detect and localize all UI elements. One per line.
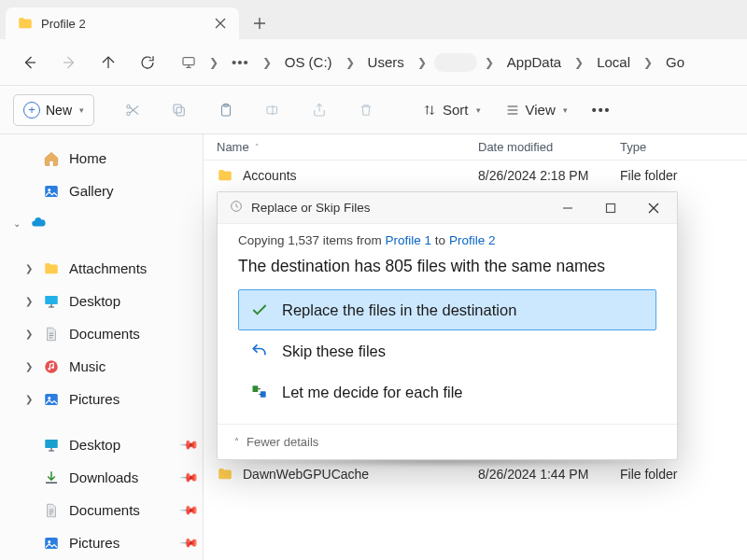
tab-close-button[interactable] bbox=[209, 12, 232, 35]
breadcrumb-item[interactable]: Users bbox=[362, 50, 410, 74]
sidebar-item-documents[interactable]: Documents📌 bbox=[9, 494, 203, 526]
svg-point-12 bbox=[48, 367, 50, 370]
copy-icon bbox=[171, 102, 188, 119]
table-row[interactable]: Accounts8/26/2024 2:18 PMFile folder bbox=[204, 161, 747, 190]
svg-point-1 bbox=[127, 105, 130, 107]
view-label: View bbox=[526, 102, 556, 118]
svg-rect-0 bbox=[183, 57, 194, 64]
sidebar-item-label: Documents bbox=[69, 502, 140, 518]
music-icon bbox=[43, 358, 60, 375]
nav-forward-button[interactable] bbox=[50, 46, 88, 79]
sidebar-item-pictures[interactable]: Pictures📌 bbox=[9, 526, 203, 559]
chevron-right-icon: ❯ bbox=[24, 296, 34, 306]
breadcrumb-item[interactable]: Go bbox=[660, 50, 690, 74]
copy-button[interactable] bbox=[161, 93, 198, 127]
plus-icon bbox=[252, 16, 267, 31]
sidebar-item-attachments[interactable]: ❯Attachments bbox=[9, 252, 203, 285]
dialog-headline: The destination has 805 files with the s… bbox=[238, 257, 656, 276]
sidebar-item-music[interactable]: ❯Music bbox=[9, 350, 203, 383]
sidebar-item-label: Desktop bbox=[69, 293, 120, 309]
pin-icon: 📌 bbox=[179, 500, 200, 521]
sort-indicator-icon: ˄ bbox=[255, 143, 260, 152]
breadcrumb-item[interactable]: Local bbox=[591, 50, 636, 74]
dialog-minimize-button[interactable] bbox=[550, 194, 585, 222]
undo-icon bbox=[250, 342, 269, 360]
folder-icon bbox=[217, 167, 233, 184]
sidebar-item-label: Downloads bbox=[69, 469, 138, 485]
dialog-maximize-button[interactable] bbox=[593, 194, 628, 222]
scissors-icon bbox=[124, 102, 141, 119]
view-button[interactable]: View ▾ bbox=[498, 93, 575, 127]
chevron-right-icon: ❯ bbox=[24, 394, 34, 404]
chevron-right-icon: ❯ bbox=[569, 52, 589, 73]
cut-button[interactable] bbox=[114, 93, 151, 127]
row-date: 8/26/2024 1:44 PM bbox=[478, 467, 620, 482]
svg-point-15 bbox=[48, 397, 50, 399]
sidebar-item-documents[interactable]: ❯Documents bbox=[9, 317, 203, 350]
column-name-label: Name bbox=[217, 140, 249, 154]
row-type: File folder bbox=[620, 168, 732, 183]
dialog-option-decide[interactable]: Let me decide for each file bbox=[238, 371, 656, 413]
nav-up-button[interactable] bbox=[90, 46, 127, 79]
sort-button[interactable]: Sort ▾ bbox=[415, 93, 488, 127]
sidebar-item-home[interactable]: Home bbox=[9, 142, 203, 175]
svg-point-2 bbox=[127, 112, 130, 115]
breadcrumb-overflow[interactable]: ••• bbox=[226, 50, 255, 74]
sidebar-item-pictures[interactable]: ❯Pictures bbox=[9, 383, 203, 415]
dialog-close-button[interactable] bbox=[636, 194, 671, 222]
svg-point-11 bbox=[45, 360, 58, 373]
svg-rect-17 bbox=[45, 538, 58, 549]
rename-button[interactable] bbox=[254, 93, 291, 127]
sidebar-item-onedrive[interactable]: ⌄ bbox=[9, 207, 203, 239]
home-icon bbox=[43, 150, 60, 167]
row-type: File folder bbox=[620, 467, 732, 482]
row-name: Accounts bbox=[243, 168, 297, 183]
dialog-fewer-details[interactable]: ˄ Fewer details bbox=[218, 424, 677, 459]
nav-refresh-button[interactable] bbox=[129, 46, 166, 79]
row-name: DawnWebGPUCache bbox=[243, 467, 369, 482]
checkmark-icon bbox=[250, 301, 269, 319]
svg-rect-3 bbox=[176, 107, 184, 116]
arrow-right-icon bbox=[61, 54, 78, 71]
breadcrumb-item[interactable]: AppData bbox=[501, 50, 567, 74]
new-button[interactable]: + New ▾ bbox=[13, 94, 94, 126]
svg-rect-10 bbox=[45, 296, 58, 304]
monitor-icon bbox=[181, 55, 196, 70]
chevron-down-icon: ▾ bbox=[563, 105, 568, 115]
nav-back-button[interactable] bbox=[11, 46, 49, 79]
breadcrumb-item-redacted[interactable] bbox=[434, 53, 477, 72]
tab-active[interactable]: Profile 2 bbox=[6, 7, 239, 39]
sidebar-item-downloads[interactable]: Downloads📌 bbox=[9, 461, 203, 494]
paste-button[interactable] bbox=[207, 93, 245, 127]
breadcrumb-item[interactable]: OS (C:) bbox=[279, 50, 338, 74]
column-type[interactable]: Type bbox=[620, 140, 732, 154]
clipboard-icon bbox=[218, 102, 234, 119]
pin-icon: 📌 bbox=[179, 533, 200, 553]
column-date[interactable]: Date modified bbox=[478, 140, 620, 154]
chevron-down-icon: ⌄ bbox=[13, 218, 21, 229]
more-button[interactable]: ••• bbox=[585, 103, 619, 118]
chevron-down-icon: ▾ bbox=[79, 105, 84, 115]
column-date-label: Date modified bbox=[478, 140, 553, 154]
breadcrumb: ❯ ••• ❯ OS (C:) ❯ Users ❯ ❯ AppData ❯ Lo… bbox=[168, 46, 736, 79]
sidebar-item-desktop[interactable]: Desktop📌 bbox=[9, 428, 203, 461]
address-bar: ❯ ••• ❯ OS (C:) ❯ Users ❯ ❯ AppData ❯ Lo… bbox=[0, 39, 747, 86]
new-button-label: New bbox=[46, 103, 72, 118]
dialog-option-skip[interactable]: Skip these files bbox=[238, 330, 656, 371]
dialog-dest-link[interactable]: Profile 2 bbox=[449, 233, 496, 247]
column-name[interactable]: Name ˄ bbox=[217, 140, 478, 154]
arrow-left-icon bbox=[21, 54, 38, 71]
dialog-source-link[interactable]: Profile 1 bbox=[386, 233, 432, 247]
tab-title: Profile 2 bbox=[41, 17, 202, 31]
dialog-option-replace[interactable]: Replace the files in the destination bbox=[238, 289, 656, 330]
svg-rect-14 bbox=[45, 394, 58, 405]
share-button[interactable] bbox=[301, 93, 338, 127]
new-tab-button[interactable] bbox=[243, 7, 276, 39]
breadcrumb-drive-button[interactable] bbox=[176, 46, 202, 79]
delete-button[interactable] bbox=[347, 93, 385, 127]
sidebar-item-desktop[interactable]: ❯Desktop bbox=[9, 285, 203, 317]
svg-rect-20 bbox=[607, 203, 615, 212]
dialog-titlebar: Replace or Skip Files bbox=[218, 192, 677, 224]
sidebar-item-gallery[interactable]: Gallery bbox=[9, 175, 203, 207]
svg-rect-22 bbox=[261, 391, 266, 398]
